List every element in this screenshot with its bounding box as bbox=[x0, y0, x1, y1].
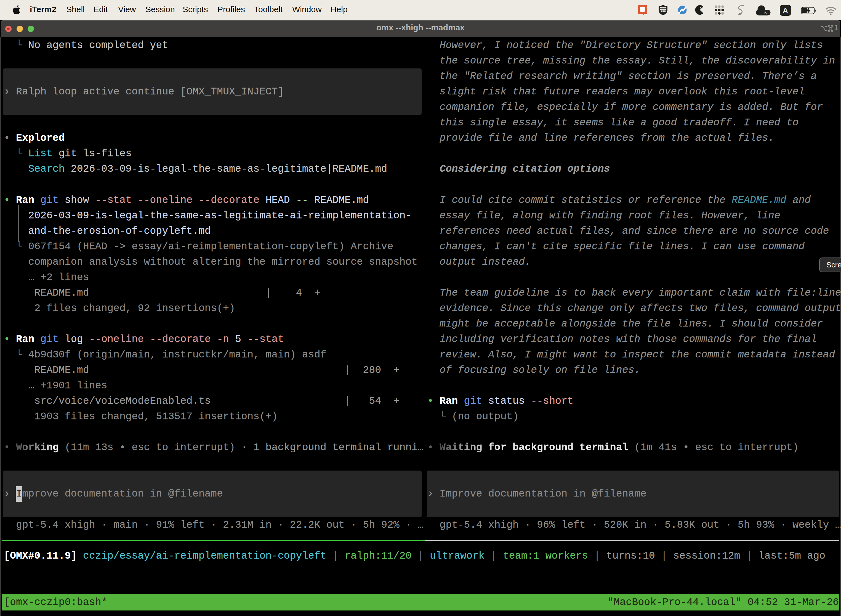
svg-text:A: A bbox=[783, 6, 788, 15]
svg-text:..61: ..61 bbox=[762, 10, 769, 15]
